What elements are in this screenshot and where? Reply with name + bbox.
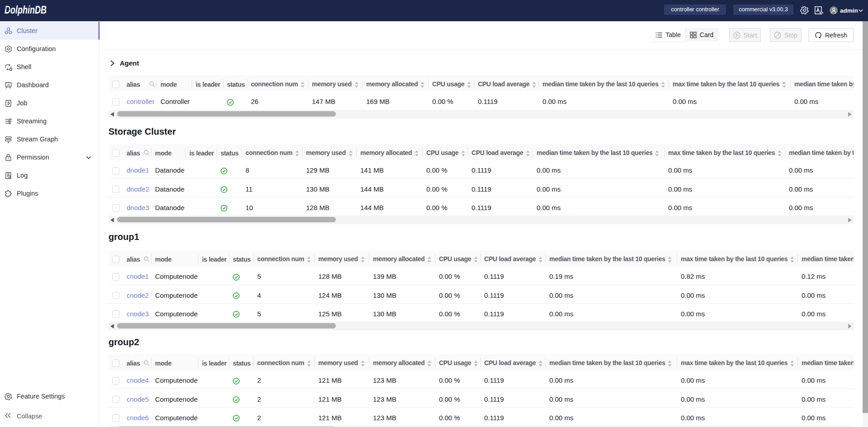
svg-text:DolphinDB: DolphinDB — [5, 4, 47, 16]
